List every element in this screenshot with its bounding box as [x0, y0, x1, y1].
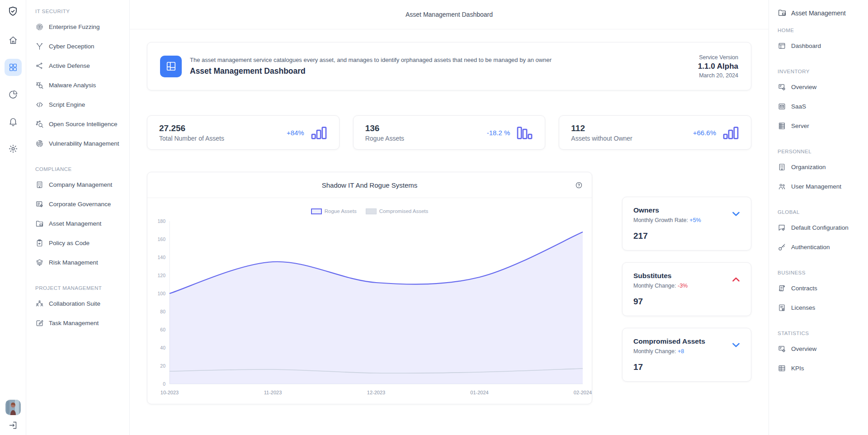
- sidebar-item-open-source-intelligence[interactable]: Open Source Intelligence: [35, 114, 126, 134]
- svg-text:180: 180: [157, 218, 165, 224]
- bug-search-icon: [35, 81, 44, 90]
- server-icon: [778, 122, 786, 130]
- help-button[interactable]: [575, 181, 583, 189]
- right-sidebar-item-server[interactable]: Server: [778, 116, 864, 136]
- nav-item-label: Asset Management: [49, 220, 101, 227]
- stat-label: Assets without Owner: [571, 135, 632, 142]
- svg-text:120: 120: [157, 273, 165, 278]
- stat-value: 136: [365, 123, 404, 133]
- bell-icon: [8, 117, 18, 127]
- mail-box-icon: [778, 102, 786, 111]
- right-sidebar-item-overview[interactable]: Overview: [778, 77, 864, 97]
- pie-chart-icon: [8, 90, 18, 99]
- info-card-value: 217: [633, 231, 740, 241]
- sidebar-item-risk-management[interactable]: Risk Management: [35, 253, 126, 272]
- layers-icon: [35, 258, 44, 267]
- info-card-title: Substitutes: [633, 272, 740, 280]
- rail-notifications-button[interactable]: [5, 113, 22, 130]
- banner-title: Asset Management Dashboard: [190, 66, 552, 76]
- sidebar-item-task-management[interactable]: Task Management: [35, 313, 126, 333]
- code-icon: [35, 100, 44, 109]
- sidebar-item-script-engine[interactable]: Script Engine: [35, 95, 126, 114]
- sidebar-item-collaboration-suite[interactable]: Collaboration Suite: [35, 294, 126, 313]
- window-icon: [778, 42, 786, 50]
- right-sidebar-section-business: BUSINESS: [778, 269, 864, 277]
- info-card-substitutes: Substitutes Monthly Change: -3% 97: [622, 262, 751, 316]
- sidebar-item-vulnerability-management[interactable]: Vulnerability Management: [35, 134, 126, 153]
- right-sidebar-item-saas[interactable]: SaaS: [778, 97, 864, 116]
- rail-home-button[interactable]: [5, 32, 22, 49]
- stat-value: 27.256: [159, 123, 224, 133]
- svg-text:11-2023: 11-2023: [264, 390, 282, 395]
- area-rogue-assets: [170, 232, 583, 384]
- clipboard-icon: [35, 239, 44, 247]
- expand-toggle[interactable]: [730, 208, 742, 220]
- scroll-icon: [778, 284, 786, 293]
- sidebar-item-active-defense[interactable]: Active Defense: [35, 56, 126, 76]
- service-version-date: March 20, 2024: [698, 72, 738, 79]
- main-area: Asset Management Dashboard The asset man…: [130, 0, 769, 435]
- right-sidebar-item-kpis[interactable]: KPIs: [778, 359, 864, 378]
- right-sidebar-header: Asset Management: [778, 7, 864, 19]
- logout-button[interactable]: [8, 421, 18, 430]
- right-sidebar-item-default-configuration[interactable]: Default Configuration: [778, 218, 864, 237]
- stats-row: 27.256 Total Number of Assets +84% 136 R…: [147, 115, 751, 150]
- right-sidebar-item-licenses[interactable]: Licenses: [778, 298, 864, 317]
- rail-settings-button[interactable]: [5, 140, 22, 157]
- chevron-down-icon: [730, 208, 742, 220]
- bar-chart-desc-icon: [516, 126, 533, 140]
- right-sidebar-item-user-management[interactable]: User Management: [778, 177, 864, 196]
- users-icon: [778, 182, 786, 191]
- nav-item-label: Policy as Code: [49, 240, 90, 246]
- legend-compromised-assets[interactable]: Compromised Assets: [366, 208, 429, 214]
- expand-toggle[interactable]: [730, 274, 742, 285]
- stat-trend: +66.6%: [693, 129, 716, 137]
- info-card-change: +5%: [689, 217, 701, 223]
- svg-text:40: 40: [160, 345, 165, 350]
- sidebar-item-corporate-governance[interactable]: Corporate Governance: [35, 194, 126, 214]
- key-icon: [778, 243, 786, 251]
- expand-toggle[interactable]: [730, 339, 742, 351]
- nav-item-label: Corporate Governance: [49, 201, 111, 208]
- sidebar-item-cyber-deception[interactable]: Cyber Deception: [35, 37, 126, 56]
- rail-analytics-button[interactable]: [5, 86, 22, 103]
- rail-apps-button[interactable]: [5, 59, 22, 76]
- chevron-up-icon: [730, 274, 742, 285]
- sidebar-item-malware-analysis[interactable]: Malware Analysis: [35, 76, 126, 95]
- nav-item-label: Script Engine: [49, 101, 85, 108]
- right-sidebar-item-authentication[interactable]: Authentication: [778, 237, 864, 257]
- right-sidebar-item-contracts[interactable]: Contracts: [778, 279, 864, 298]
- building-icon: [35, 180, 44, 189]
- nav-item-label: Overview: [791, 345, 816, 352]
- legend-swatch: [366, 208, 377, 214]
- sidebar-item-company-management[interactable]: Company Management: [35, 175, 126, 194]
- svg-text:80: 80: [160, 309, 165, 314]
- info-card-subtitle: Monthly Growth Rate: +5%: [633, 217, 740, 223]
- sidebar-item-policy-as-code[interactable]: Policy as Code: [35, 233, 126, 253]
- right-sidebar-item-overview[interactable]: Overview: [778, 339, 864, 359]
- left-sidebar: IT SECURITYEnterprise FuzzingCyber Decep…: [26, 0, 130, 435]
- nav-item-label: Server: [791, 123, 809, 129]
- icon-rail: [0, 0, 26, 435]
- svg-text:20: 20: [160, 363, 165, 369]
- content-panel: The asset management service catalogues …: [130, 29, 769, 435]
- legend-rogue-assets[interactable]: Rogue Assets: [311, 208, 357, 214]
- target-icon: [35, 23, 44, 31]
- sidebar-item-enterprise-fuzzing[interactable]: Enterprise Fuzzing: [35, 17, 126, 37]
- page-title: Asset Management Dashboard: [406, 11, 493, 18]
- avatar-image: [5, 400, 21, 415]
- logout-icon: [8, 421, 18, 430]
- stat-trend: +84%: [287, 129, 304, 137]
- right-sidebar-item-organization[interactable]: Organization: [778, 157, 864, 177]
- nav-item-label: Contracts: [791, 285, 817, 292]
- stat-label: Rogue Assets: [365, 135, 404, 142]
- nav-item-label: Active Defense: [49, 62, 90, 69]
- sidebar-item-asset-management[interactable]: Asset Management: [35, 214, 126, 233]
- legend-swatch: [311, 208, 322, 214]
- info-card-change: +8: [678, 348, 684, 355]
- stat-card-assets-without-owner: 112 Assets without Owner +66.6%: [559, 115, 751, 150]
- user-avatar[interactable]: [5, 400, 21, 415]
- right-sidebar-item-dashboard[interactable]: Dashboard: [778, 36, 864, 56]
- list-gear-icon: [35, 200, 44, 208]
- stat-trend: -18.2 %: [487, 129, 510, 137]
